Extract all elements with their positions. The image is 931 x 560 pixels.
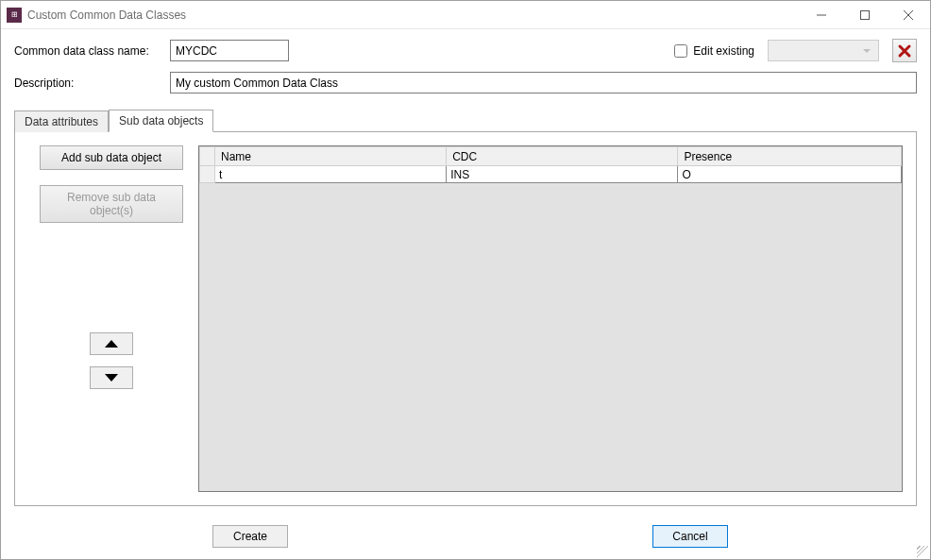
footer: Create Cancel xyxy=(1,516,930,559)
system-buttons xyxy=(800,1,930,28)
existing-dropdown xyxy=(768,40,879,61)
row-header[interactable] xyxy=(200,166,215,183)
edit-existing-checkbox[interactable]: Edit existing xyxy=(670,42,754,60)
edit-existing-input[interactable] xyxy=(674,44,687,58)
tab-body: Add sub data object Remove sub data obje… xyxy=(14,131,917,506)
create-button[interactable]: Create xyxy=(212,525,288,548)
sub-data-objects-table-wrap: Name CDC Presence t INS O xyxy=(198,145,903,492)
cancel-button[interactable]: Cancel xyxy=(652,525,728,548)
table-row[interactable]: t INS O xyxy=(200,166,902,183)
description-input[interactable] xyxy=(170,72,917,93)
description-row: Description: xyxy=(14,72,917,93)
app-icon: ⊞ xyxy=(7,8,22,23)
delete-button[interactable] xyxy=(892,39,917,62)
titlebar: ⊞ Custom Common Data Classes xyxy=(1,1,930,29)
resize-grip[interactable] xyxy=(917,546,928,557)
add-sub-data-object-button[interactable]: Add sub data object xyxy=(40,145,183,170)
move-down-button[interactable] xyxy=(90,366,133,389)
name-label: Common data class name: xyxy=(14,44,170,58)
name-row: Common data class name: Edit existing xyxy=(14,39,917,62)
name-input[interactable] xyxy=(170,40,289,61)
tab-sub-data-objects[interactable]: Sub data objects xyxy=(109,110,213,132)
reorder-buttons xyxy=(90,332,133,389)
maximize-button[interactable] xyxy=(843,1,887,28)
cell-cdc[interactable]: INS xyxy=(447,166,678,183)
minimize-button[interactable] xyxy=(800,1,843,28)
move-up-button[interactable] xyxy=(90,332,133,355)
tab-data-attributes[interactable]: Data attributes xyxy=(14,110,109,132)
edit-existing-label: Edit existing xyxy=(693,44,754,58)
tab-strip: Data attributes Sub data objects xyxy=(14,109,917,131)
svg-rect-0 xyxy=(861,10,870,19)
window-title: Custom Common Data Classes xyxy=(27,8,800,22)
svg-marker-2 xyxy=(105,374,118,382)
col-header-presence[interactable]: Presence xyxy=(678,147,902,166)
col-header-cdc[interactable]: CDC xyxy=(447,147,678,166)
svg-marker-1 xyxy=(105,340,118,348)
remove-sub-data-object-button: Remove sub data object(s) xyxy=(40,185,183,223)
close-button[interactable] xyxy=(887,1,930,28)
sub-data-objects-table[interactable]: Name CDC Presence t INS O xyxy=(199,146,902,183)
left-button-column: Add sub data object Remove sub data obje… xyxy=(28,145,195,492)
dialog-window: ⊞ Custom Common Data Classes Common data… xyxy=(0,0,931,560)
table-corner xyxy=(200,147,215,166)
col-header-name[interactable]: Name xyxy=(215,147,447,166)
content-area: Common data class name: Edit existing De… xyxy=(1,29,930,516)
cell-presence[interactable]: O xyxy=(678,166,902,183)
description-label: Description: xyxy=(14,76,170,90)
cell-name[interactable]: t xyxy=(215,166,447,183)
